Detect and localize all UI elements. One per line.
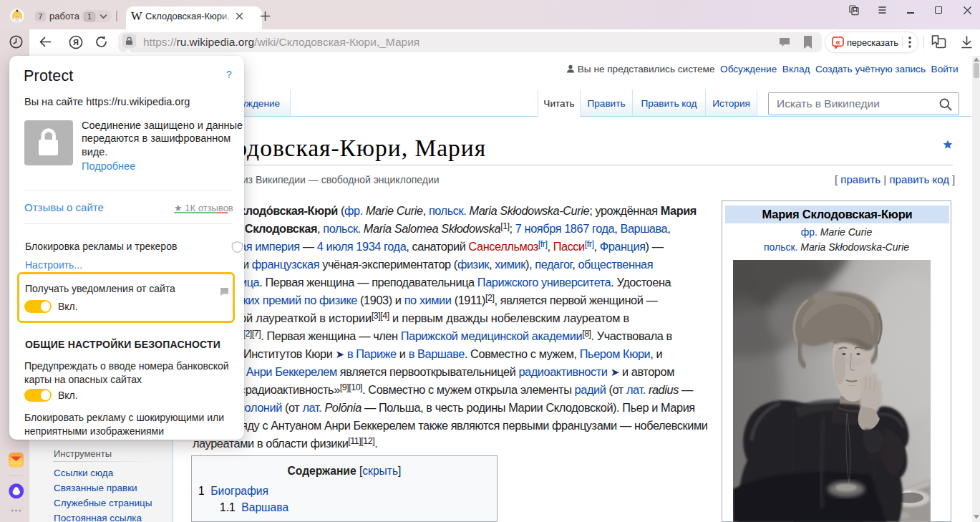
svg-text:«: « — [835, 37, 840, 47]
svg-text:Я: Я — [73, 38, 79, 47]
